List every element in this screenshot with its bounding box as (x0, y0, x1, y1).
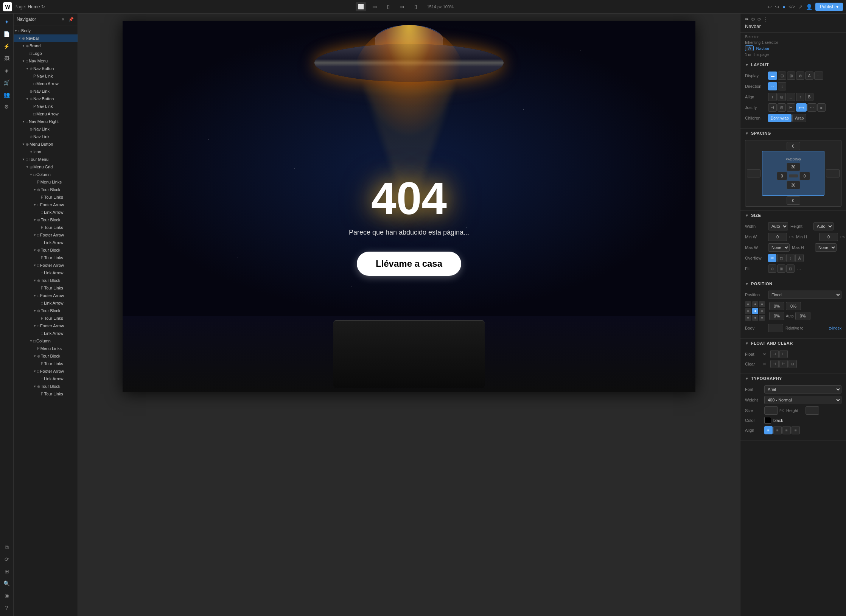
size-section-header[interactable]: ▼ Size (740, 211, 846, 220)
tree-item-link-arrow-5[interactable]: □Link Arrow (14, 330, 78, 337)
pages-icon[interactable]: 📄 (2, 29, 12, 39)
no-wrap-btn[interactable]: Don't wrap (768, 114, 792, 122)
clear-x-btn[interactable]: ✕ (760, 360, 768, 368)
tree-item-tour-block-4[interactable]: ▼⊕Tour Block+ (14, 277, 78, 284)
tree-item-nav-link-5[interactable]: ⊕Nav Link (14, 133, 78, 140)
tree-item-link-arrow-4[interactable]: □Link Arrow (14, 299, 78, 307)
layout-section-header[interactable]: ▼ Layout (740, 60, 846, 69)
position-select[interactable]: FixedStaticRelativeAbsoluteSticky (768, 291, 841, 299)
tree-item-navbar[interactable]: ▼⊕Navbar (14, 34, 78, 42)
tree-item-nav-menu[interactable]: ▼□Nav Menu (14, 57, 78, 65)
tree-item-nav-link-3[interactable]: PNav Link (14, 103, 78, 110)
tree-item-footer-arrow-5[interactable]: ▼□Footer Arrow (14, 322, 78, 330)
pos-right-input[interactable] (786, 302, 801, 310)
mobile-btn[interactable]: ▯ (410, 2, 421, 11)
overflow-auto-btn[interactable]: A (795, 254, 804, 262)
publish-button[interactable]: Publish ▾ (815, 3, 843, 11)
style-icon[interactable]: ✏ (745, 17, 749, 22)
tablet-landscape-btn[interactable]: ▭ (369, 2, 380, 11)
tree-item-menu-links-1[interactable]: PMenu Links (14, 178, 78, 186)
tree-item-menu-arrow-2[interactable]: □Menu Arrow (14, 110, 78, 118)
color-swatch[interactable] (764, 417, 771, 424)
justify-evenly-btn[interactable]: ≡ (817, 103, 826, 112)
line-height-input[interactable]: 20 (806, 406, 819, 415)
tree-item-menu-arrow-1[interactable]: □Menu Arrow (14, 80, 78, 87)
close-navigator-btn[interactable]: ✕ (59, 16, 66, 23)
desktop-device-btn[interactable]: ⬜ (356, 2, 366, 11)
layers-icon[interactable]: ⧉ (2, 542, 12, 552)
tree-item-tour-links-2[interactable]: PTour Links (14, 224, 78, 231)
selector-badge[interactable]: W (745, 45, 754, 51)
tree-item-nav-link-2[interactable]: ⊕Nav Link (14, 87, 78, 95)
tree-item-footer-arrow-1[interactable]: ▼□Footer Arrow (14, 201, 78, 208)
tree-item-menu-grid[interactable]: ▼⊞Menu Grid (14, 163, 78, 171)
clear-both-btn[interactable]: ⊟ (788, 360, 797, 368)
tour-icon[interactable]: ◉ (2, 590, 12, 601)
tree-item-footer-arrow-6[interactable]: ▼□Footer Arrow (14, 367, 78, 375)
padding-left-input[interactable] (777, 172, 787, 180)
tree-item-tour-links-7[interactable]: PTour Links (14, 390, 78, 398)
tree-item-brand[interactable]: ▼⊕Brand (14, 42, 78, 50)
tree-item-tour-block-6[interactable]: ▼⊕Tour Block+ (14, 352, 78, 360)
align-baseline-btn[interactable]: B (805, 93, 813, 101)
users-icon[interactable]: 👥 (2, 89, 12, 100)
wrap-btn[interactable]: Wrap (792, 114, 807, 122)
tree-item-tour-menu[interactable]: ▼□Tour Menu (14, 156, 78, 163)
display-flex-btn[interactable]: ⊟ (778, 72, 786, 80)
webflow-logo[interactable]: W (3, 2, 12, 11)
grid-icon[interactable]: ⊞ (2, 566, 12, 577)
align-stretch-btn[interactable]: ↕ (796, 93, 804, 101)
display-grid-btn[interactable]: ⊞ (787, 72, 795, 80)
align-center-btn[interactable]: ⊟ (778, 93, 786, 101)
justify-start-btn[interactable]: ⊣ (768, 103, 777, 112)
padding-bottom-input[interactable] (787, 181, 800, 189)
selector-text[interactable]: Navbar (756, 46, 841, 51)
tree-item-body[interactable]: ▼□Body (14, 27, 78, 34)
tree-item-tour-links-6[interactable]: PTour Links (14, 360, 78, 367)
pos-top-input[interactable] (769, 302, 784, 310)
min-w-input[interactable] (768, 233, 787, 241)
tree-item-column-1[interactable]: ▼□Column (14, 171, 78, 178)
spacing-section-header[interactable]: ▼ Spacing (740, 129, 846, 138)
fit-btn-2[interactable]: ⊞ (777, 264, 785, 273)
fit-btn-3[interactable]: ⊟ (786, 264, 795, 273)
align-right-btn[interactable]: ≡ (782, 426, 791, 434)
pos-top-right[interactable] (759, 301, 765, 307)
tree-item-link-arrow-2[interactable]: □Link Arrow (14, 239, 78, 246)
float-clear-header[interactable]: ▼ Float and clear (740, 339, 846, 348)
display-inline-btn[interactable]: A (805, 72, 813, 80)
font-size-input[interactable]: 14 (764, 406, 778, 415)
tree-item-icon[interactable]: ✦Icon (14, 148, 78, 156)
pos-bottom-input[interactable] (795, 312, 810, 320)
tree-item-tour-block-3[interactable]: ▼⊕Tour Block+ (14, 246, 78, 254)
float-x-btn[interactable]: ✕ (760, 350, 768, 358)
max-w-select[interactable]: NonePX% (768, 243, 790, 252)
code-btn[interactable]: </> (788, 4, 795, 9)
tree-item-link-arrow-3[interactable]: □Link Arrow (14, 269, 78, 277)
tree-item-nav-link-4[interactable]: ⊕Nav Link (14, 125, 78, 133)
overflow-hidden-btn[interactable]: ◻ (777, 254, 785, 262)
overflow-visible-btn[interactable]: 👁 (768, 254, 776, 262)
max-h-select[interactable]: NonePX% (815, 243, 837, 252)
align-end-btn[interactable]: ⊥ (787, 93, 795, 101)
tree-item-link-arrow-6[interactable]: □Link Arrow (14, 375, 78, 383)
tree-item-nav-btn-1[interactable]: ▼⊕Nav Button+ (14, 65, 78, 72)
padding-right-input[interactable] (799, 172, 810, 180)
account-btn[interactable]: 👤 (806, 4, 812, 10)
pos-bot-right[interactable] (759, 315, 765, 321)
align-start-btn[interactable]: ⊤ (768, 93, 777, 101)
tree-item-nav-btn-2[interactable]: ▼⊕Nav Button+ (14, 95, 78, 103)
width-select[interactable]: AutoPX% (768, 222, 788, 230)
align-justify-btn[interactable]: ≡ (792, 426, 800, 434)
tree-item-footer-arrow-4[interactable]: ▼□Footer Arrow (14, 292, 78, 299)
justify-around-btn[interactable]: ⋯ (807, 103, 816, 112)
fit-btn-1[interactable]: ⊙ (768, 264, 776, 273)
tree-item-tour-links-1[interactable]: PTour Links (14, 193, 78, 201)
navigator-icon[interactable]: ✦ (2, 17, 12, 27)
pos-left-input[interactable] (769, 312, 784, 320)
more-fit-icon[interactable]: … (797, 266, 801, 271)
float-left-btn[interactable]: ⊣ (770, 350, 779, 358)
components-icon[interactable]: ◈ (2, 65, 12, 76)
tree-item-tour-block-7[interactable]: ▼⊕Tour Block+ (14, 383, 78, 390)
align-left-btn[interactable]: ≡ (764, 426, 773, 434)
